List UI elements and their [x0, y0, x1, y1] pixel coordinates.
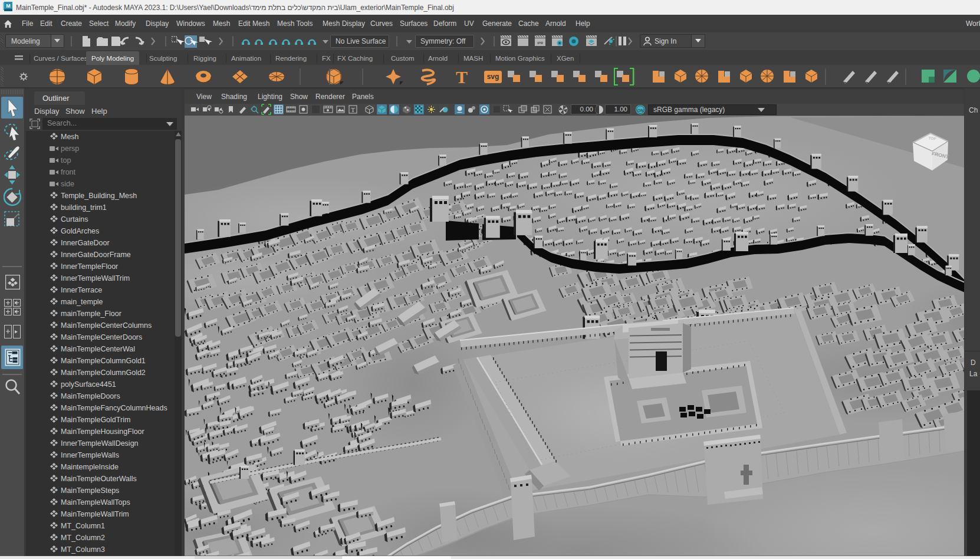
svg-text:IPR: IPR: [537, 41, 544, 45]
svg-text:M: M: [6, 3, 11, 9]
svg-text:T: T: [351, 106, 355, 113]
svg-text:ON: ON: [637, 108, 644, 113]
svg-text:TOP: TOP: [928, 136, 936, 141]
